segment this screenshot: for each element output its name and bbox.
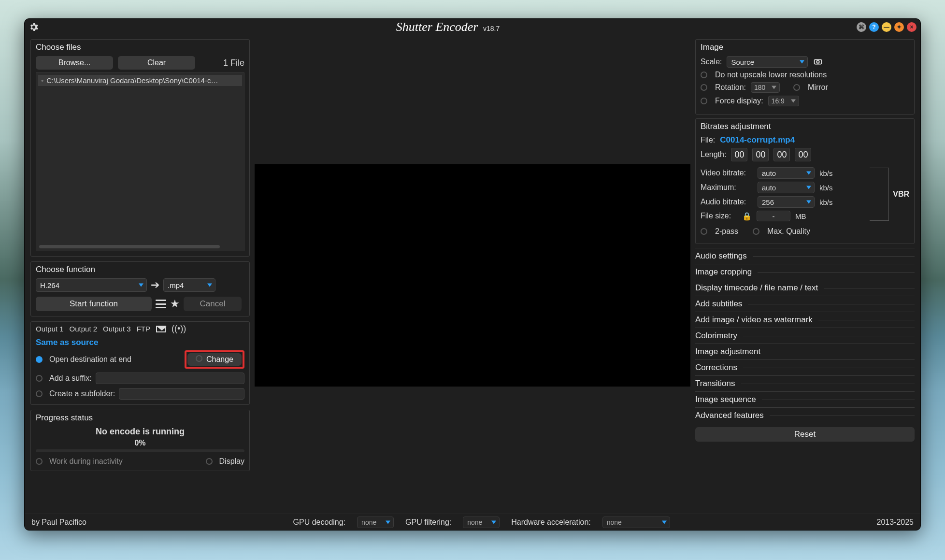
section-corrections[interactable]: Corrections [695,359,915,375]
suffix-option[interactable] [36,375,43,382]
filesize-value[interactable]: - [757,211,790,221]
bitrates-panel: Bitrates adjustment File: C0014-corrupt.… [695,118,915,244]
progress-state: No encode is running [36,427,244,437]
len-m[interactable]: 00 [752,148,769,161]
scale-select[interactable]: Source [727,56,808,68]
tab-ftp[interactable]: FTP [137,325,150,333]
start-button[interactable]: Start function [36,297,152,311]
image-panel: Image Scale: Source Do not upscale lower… [695,39,915,115]
video-preview[interactable] [255,164,690,387]
svg-point-1 [817,60,820,63]
len-h[interactable]: 00 [731,148,747,161]
destination-link[interactable]: Same as source [36,338,244,347]
max-bitrate-select[interactable]: auto [758,182,815,193]
browse-button[interactable]: Browse... [36,56,113,70]
help-icon[interactable]: ? [869,22,879,32]
force-display-option[interactable] [701,98,707,104]
image-title: Image [701,43,909,52]
favorite-icon[interactable]: ★ [170,298,180,310]
stream-icon[interactable]: ((•)) [172,324,186,334]
choose-function-panel: Choose function H.264 ➔ .mp4 Start funct… [30,261,250,316]
bitrate-file[interactable]: C0014-corrupt.mp4 [720,135,795,145]
settings-icon[interactable] [29,22,39,32]
section-sequence[interactable]: Image sequence [695,391,915,407]
section-subtitles[interactable]: Add subtitles [695,296,915,312]
minimize-icon[interactable]: — [882,22,891,32]
section-advanced[interactable]: Advanced features [695,407,915,423]
vbr-label[interactable]: VBR [893,190,909,199]
suffix-input[interactable] [96,373,244,384]
clear-button[interactable]: Clear [118,56,195,70]
codec-select[interactable]: H.264 [36,278,147,292]
rotation-select[interactable]: 180 [751,82,780,93]
years-label: 2013-2025 [877,518,914,527]
lock-icon[interactable]: 🔒 [742,212,752,221]
section-colorimetry[interactable]: Colorimetry [695,328,915,344]
progress-percent: 0% [36,439,244,447]
progress-panel: Progress status No encode is running 0% … [30,410,250,471]
file-list[interactable]: C:\Users\Manuviraj Godara\Desktop\Sony\C… [36,72,244,251]
progress-bar [36,449,244,452]
choose-files-panel: Choose files Browse... Clear 1 File C:\U… [30,39,250,257]
two-pass-option[interactable] [701,228,707,235]
statusbar: by Paul Pacifico GPU decoding: none GPU … [25,514,920,530]
mail-icon[interactable] [156,326,166,332]
hw-accel-select[interactable]: none [602,517,670,528]
section-audio[interactable]: Audio settings [695,248,915,264]
app-window: Shutter Encoder v18.7 ⌘ ? — ✦ × Choose f… [24,18,921,531]
app-title: Shutter Encoder v18.7 [39,20,857,34]
work-inactivity-option[interactable]: Work during inactivity [36,457,123,466]
tab-output-3[interactable]: Output 3 [103,325,131,333]
tab-output-1[interactable]: Output 1 [36,325,64,333]
gpu-decoding-select[interactable]: none [357,517,394,528]
gpu-filtering-select[interactable]: none [463,517,500,528]
bracket-decor [870,168,889,221]
subfolder-input[interactable] [119,388,244,400]
section-watermark[interactable]: Add image / video as watermark [695,312,915,328]
author-label: by Paul Pacifico [31,518,86,527]
len-fr[interactable]: 00 [795,148,811,161]
rotation-option[interactable] [701,84,707,91]
horizontal-scrollbar[interactable] [39,245,220,248]
change-highlight: Change [185,350,244,369]
subfolder-option[interactable] [36,390,43,397]
container-select[interactable]: .mp4 [163,278,215,292]
section-timecode[interactable]: Display timecode / file name / text [695,280,915,296]
titlebar: Shutter Encoder v18.7 ⌘ ? — ✦ × [25,19,920,35]
cancel-button[interactable]: Cancel [184,297,242,311]
len-s[interactable]: 00 [773,148,790,161]
progress-title: Progress status [36,413,244,423]
bitrates-title: Bitrates adjustment [701,122,909,131]
choose-files-title: Choose files [36,43,244,52]
tab-output-2[interactable]: Output 2 [70,325,98,333]
change-button[interactable]: Change [187,353,242,366]
menu-icon[interactable] [156,300,166,308]
crop-icon[interactable] [813,57,823,67]
section-transitions[interactable]: Transitions [695,375,915,391]
max-quality-option[interactable] [753,228,759,235]
open-at-end-option[interactable]: Open destination at end [36,355,131,364]
mirror-option[interactable] [793,84,800,91]
video-bitrate-select[interactable]: auto [758,167,815,179]
arrow-icon: ➔ [151,279,159,291]
output-panel: Output 1 Output 2 Output 3 FTP ((•)) Sam… [30,321,250,405]
close-icon[interactable]: × [907,22,916,32]
sections: Audio settings Image cropping Display ti… [695,248,915,423]
audio-bitrate-select[interactable]: 256 [758,196,815,208]
window-controls: ⌘ ? — ✦ × [857,22,916,32]
file-count: 1 File [223,58,244,68]
no-upscale-option[interactable] [701,72,707,78]
force-display-select[interactable]: 16:9 [768,96,799,106]
file-item[interactable]: C:\Users\Manuviraj Godara\Desktop\Sony\C… [38,75,242,86]
choose-function-title: Choose function [36,265,244,274]
section-cropping[interactable]: Image cropping [695,264,915,280]
donate-icon[interactable]: ⌘ [857,22,866,32]
display-option[interactable]: Display [206,457,244,466]
reset-button[interactable]: Reset [695,427,915,442]
section-imgadjust[interactable]: Image adjustment [695,344,915,359]
maximize-icon[interactable]: ✦ [894,22,904,32]
